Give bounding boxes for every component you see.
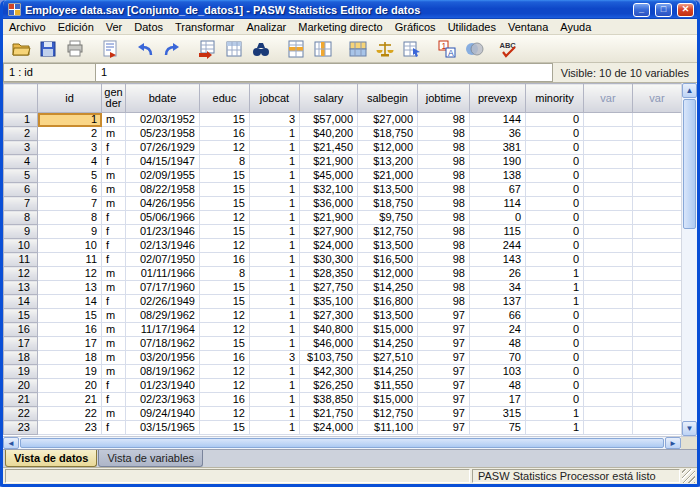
cell[interactable]: 98 xyxy=(418,169,470,183)
tab-vista-de-datos[interactable]: Vista de datos xyxy=(5,450,97,467)
cell[interactable] xyxy=(633,183,682,197)
column-header-prevexp[interactable]: prevexp xyxy=(470,84,526,113)
cell[interactable]: 0 xyxy=(526,323,584,337)
cell[interactable]: m xyxy=(102,365,126,379)
cell[interactable]: 15 xyxy=(200,169,250,183)
cell[interactable]: $26,250 xyxy=(300,379,358,393)
cell[interactable]: $103,750 xyxy=(300,351,358,365)
cell[interactable]: 17 xyxy=(470,393,526,407)
cell[interactable] xyxy=(633,365,682,379)
cell[interactable]: m xyxy=(102,169,126,183)
cell[interactable]: 05/06/1966 xyxy=(126,211,200,225)
cell[interactable] xyxy=(633,421,682,435)
cell[interactable]: 97 xyxy=(418,365,470,379)
scroll-up-button[interactable]: ▲ xyxy=(682,83,697,98)
cell[interactable]: $13,500 xyxy=(358,309,418,323)
cell[interactable]: 315 xyxy=(470,407,526,421)
cell[interactable]: 97 xyxy=(418,337,470,351)
cell[interactable]: 3 xyxy=(250,351,300,365)
save-button[interactable] xyxy=(34,36,61,61)
column-header-jobcat[interactable]: jobcat xyxy=(250,84,300,113)
redo-button[interactable] xyxy=(158,36,185,61)
cell[interactable]: 23 xyxy=(38,421,102,435)
cell[interactable]: 1 xyxy=(250,253,300,267)
row-header[interactable]: 9 xyxy=(4,225,38,239)
cell[interactable]: 02/13/1946 xyxy=(126,239,200,253)
cell[interactable]: $30,300 xyxy=(300,253,358,267)
cell[interactable]: $14,250 xyxy=(358,281,418,295)
menu-transformar[interactable]: Transformar xyxy=(169,20,241,34)
cell[interactable]: 10 xyxy=(38,239,102,253)
cell[interactable]: m xyxy=(102,127,126,141)
cell[interactable]: f xyxy=(102,379,126,393)
cell[interactable]: 11 xyxy=(38,253,102,267)
cell[interactable]: 04/26/1956 xyxy=(126,197,200,211)
cell[interactable]: 0 xyxy=(526,141,584,155)
insert-cases-button[interactable] xyxy=(282,36,309,61)
scroll-down-button[interactable]: ▼ xyxy=(682,421,697,436)
cell[interactable]: 1 xyxy=(526,267,584,281)
cell[interactable]: f xyxy=(102,253,126,267)
cell[interactable]: $12,000 xyxy=(358,141,418,155)
cell[interactable]: $24,000 xyxy=(300,421,358,435)
cell[interactable]: $27,300 xyxy=(300,309,358,323)
menu-ayuda[interactable]: Ayuda xyxy=(554,20,597,34)
cell[interactable]: 9 xyxy=(38,225,102,239)
cell[interactable]: $46,000 xyxy=(300,337,358,351)
cell[interactable]: 97 xyxy=(418,351,470,365)
cell[interactable]: m xyxy=(102,183,126,197)
cell[interactable]: 1 xyxy=(250,239,300,253)
cell[interactable]: f xyxy=(102,239,126,253)
cell[interactable] xyxy=(584,379,633,393)
cell[interactable]: 08/19/1962 xyxy=(126,365,200,379)
cell[interactable] xyxy=(584,281,633,295)
cell[interactable]: 97 xyxy=(418,393,470,407)
cell[interactable] xyxy=(584,351,633,365)
resize-grip[interactable] xyxy=(682,469,695,483)
cell[interactable] xyxy=(584,309,633,323)
cell[interactable]: 144 xyxy=(470,113,526,127)
menu-marketing-directo[interactable]: Marketing directo xyxy=(292,20,388,34)
cell[interactable] xyxy=(584,169,633,183)
cell[interactable]: $42,300 xyxy=(300,365,358,379)
row-header[interactable]: 22 xyxy=(4,407,38,421)
cell[interactable]: 103 xyxy=(470,365,526,379)
maximize-button[interactable]: □ xyxy=(655,3,672,17)
cell[interactable]: f xyxy=(102,421,126,435)
cell[interactable] xyxy=(633,393,682,407)
column-header-id[interactable]: id xyxy=(38,84,102,113)
menu-edici-n[interactable]: Edición xyxy=(52,20,100,34)
cell[interactable] xyxy=(633,379,682,393)
cell[interactable]: 02/26/1949 xyxy=(126,295,200,309)
cell[interactable]: $40,800 xyxy=(300,323,358,337)
cell[interactable]: 15 xyxy=(200,225,250,239)
cell[interactable]: 67 xyxy=(470,183,526,197)
cell[interactable]: 07/18/1962 xyxy=(126,337,200,351)
cell[interactable] xyxy=(584,267,633,281)
cell[interactable]: $12,000 xyxy=(358,267,418,281)
cell[interactable]: $38,850 xyxy=(300,393,358,407)
cell[interactable]: $40,200 xyxy=(300,127,358,141)
row-header[interactable]: 11 xyxy=(4,253,38,267)
cell[interactable]: m xyxy=(102,337,126,351)
cell[interactable]: 138 xyxy=(470,169,526,183)
open-button[interactable] xyxy=(7,36,34,61)
row-header[interactable]: 14 xyxy=(4,295,38,309)
cell[interactable] xyxy=(584,295,633,309)
cell[interactable]: 16 xyxy=(200,351,250,365)
cell[interactable]: 15 xyxy=(200,113,250,127)
cell[interactable]: 05/23/1958 xyxy=(126,127,200,141)
cell[interactable] xyxy=(584,323,633,337)
cell[interactable]: 115 xyxy=(470,225,526,239)
cell[interactable] xyxy=(633,113,682,127)
cell[interactable]: 98 xyxy=(418,155,470,169)
cell[interactable]: 0 xyxy=(526,127,584,141)
cell[interactable]: 97 xyxy=(418,407,470,421)
cell[interactable] xyxy=(584,407,633,421)
variables-button[interactable] xyxy=(220,36,247,61)
goto-case-button[interactable] xyxy=(193,36,220,61)
cell[interactable]: 97 xyxy=(418,309,470,323)
cell[interactable]: 01/11/1966 xyxy=(126,267,200,281)
column-header-salbegin[interactable]: salbegin xyxy=(358,84,418,113)
cell[interactable]: 75 xyxy=(470,421,526,435)
